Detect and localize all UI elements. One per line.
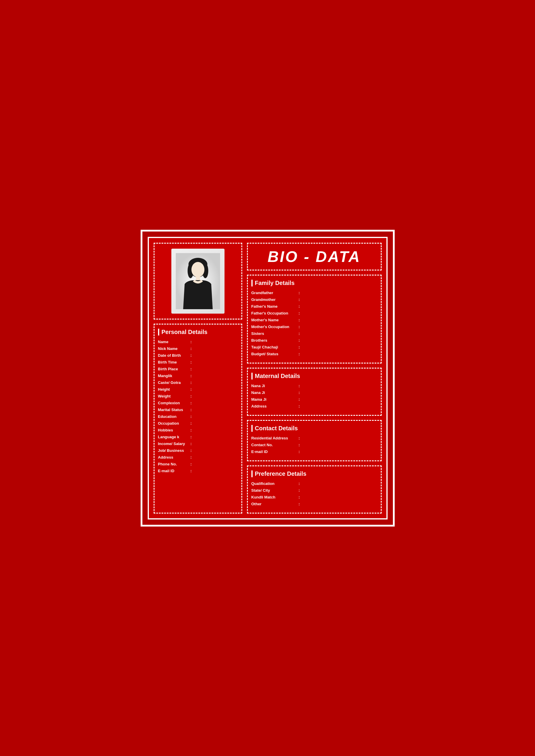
- field-row: Grandfather:: [251, 291, 377, 295]
- field-row: Nick Name:: [158, 346, 238, 351]
- field-colon: :: [299, 338, 300, 342]
- field-row: Language k:: [158, 435, 238, 439]
- field-label: Father's Occupation: [251, 311, 299, 315]
- field-row: Tauji/ Chachaji:: [251, 345, 377, 349]
- field-label: Manglik: [158, 374, 190, 378]
- field-label: Sisters: [251, 331, 299, 336]
- field-label: Complexion: [158, 401, 190, 405]
- field-row: Hobbies:: [158, 428, 238, 432]
- field-row: Contact No.:: [251, 443, 377, 447]
- field-row: Name:: [158, 339, 238, 344]
- field-row: Birth Time:: [158, 360, 238, 364]
- field-colon: :: [190, 455, 192, 460]
- preference-section-title: Preference Details: [251, 471, 377, 477]
- field-label: Kundli Match: [251, 495, 299, 500]
- field-label: Phone No.: [158, 462, 190, 466]
- field-colon: :: [299, 311, 300, 315]
- field-row: Father's Occupation:: [251, 311, 377, 315]
- field-label: Brothers: [251, 338, 299, 342]
- field-label: Address: [158, 455, 190, 460]
- field-colon: :: [299, 397, 300, 402]
- field-row: Nana Ji:: [251, 384, 377, 388]
- field-colon: :: [190, 387, 192, 392]
- field-label: Contact No.: [251, 443, 299, 447]
- field-row: Job/ Business:: [158, 448, 238, 453]
- field-label: Nick Name: [158, 346, 190, 351]
- field-label: Height: [158, 387, 190, 392]
- photo-placeholder: [171, 249, 225, 313]
- field-colon: :: [299, 436, 300, 440]
- title-box: BIO - DATA: [247, 243, 382, 271]
- field-label: Caste/ Gotra: [158, 380, 190, 385]
- field-label: Date of Birth: [158, 353, 190, 358]
- family-fields: Grandfather:Grandmother:Father's Name:Fa…: [251, 291, 377, 356]
- field-row: Kundli Match:: [251, 495, 377, 500]
- field-row: State/ City:: [251, 488, 377, 493]
- field-row: Complexion:: [158, 401, 238, 405]
- field-label: Other: [251, 502, 299, 506]
- field-label: Nana Ji: [251, 391, 299, 395]
- personal-section-title: Personal Details: [158, 329, 238, 336]
- field-row: Grandmother:: [251, 297, 377, 302]
- contact-details-box: Contact Details Residential Address:Cont…: [247, 420, 382, 461]
- field-label: Address: [251, 404, 299, 408]
- field-row: Budget/ Status:: [251, 352, 377, 356]
- field-colon: :: [299, 481, 300, 486]
- field-colon: :: [299, 502, 300, 506]
- field-row: Manglik:: [158, 374, 238, 378]
- field-colon: :: [190, 374, 192, 378]
- field-row: Date of Birth:: [158, 353, 238, 358]
- field-label: Name: [158, 339, 190, 344]
- field-label: Grandmother: [251, 297, 299, 302]
- field-colon: :: [190, 442, 192, 446]
- maternal-details-box: Maternal Details Nana Ji:Nana Ji:Mama Ji…: [247, 368, 382, 416]
- bio-data-title: BIO - DATA: [252, 248, 377, 265]
- field-row: Address:: [158, 455, 238, 460]
- outer-border: Personal Details Name:Nick Name:Date of …: [141, 230, 395, 526]
- svg-point-5: [191, 262, 205, 277]
- field-label: Qualification: [251, 481, 299, 486]
- field-row: Marital Status:: [158, 408, 238, 412]
- maternal-section-title: Maternal Details: [251, 373, 377, 379]
- field-row: Mama Ji:: [251, 397, 377, 402]
- field-row: E-mail ID:: [251, 449, 377, 454]
- field-row: Weight:: [158, 394, 238, 398]
- field-colon: :: [299, 443, 300, 447]
- field-colon: :: [299, 304, 300, 309]
- field-row: Nana Ji:: [251, 391, 377, 395]
- field-colon: :: [299, 318, 300, 322]
- field-colon: :: [190, 367, 192, 371]
- field-label: E-mail ID: [251, 449, 299, 454]
- field-colon: :: [190, 462, 192, 466]
- field-row: Other:: [251, 502, 377, 506]
- field-colon: :: [299, 325, 300, 329]
- field-row: Qualification:: [251, 481, 377, 486]
- field-row: Phone No.:: [158, 462, 238, 466]
- preference-fields: Qualification:State/ City:Kundli Match:O…: [251, 481, 377, 506]
- field-label: Birth Time: [158, 360, 190, 364]
- field-label: Grandfather: [251, 291, 299, 295]
- field-row: Education:: [158, 414, 238, 419]
- preference-details-box: Preference Details Qualification:State/ …: [247, 465, 382, 514]
- field-colon: :: [299, 297, 300, 302]
- field-colon: :: [299, 345, 300, 349]
- field-row: Birth Place:: [158, 367, 238, 371]
- field-label: State/ City: [251, 488, 299, 493]
- maternal-fields: Nana Ji:Nana Ji:Mama Ji:Address:: [251, 384, 377, 408]
- field-label: Father's Name: [251, 304, 299, 309]
- field-colon: :: [190, 346, 192, 351]
- field-colon: :: [299, 391, 300, 395]
- field-row: Mother's Occupation:: [251, 325, 377, 329]
- field-row: Height:: [158, 387, 238, 392]
- field-colon: :: [190, 428, 192, 432]
- field-colon: :: [299, 291, 300, 295]
- field-colon: :: [299, 495, 300, 500]
- family-section-title: Family Details: [251, 280, 377, 286]
- contact-fields: Residential Address:Contact No.:E-mail I…: [251, 436, 377, 454]
- field-colon: :: [190, 469, 192, 473]
- field-colon: :: [190, 394, 192, 398]
- field-label: Mother's Name: [251, 318, 299, 322]
- field-label: Hobbies: [158, 428, 190, 432]
- field-row: Mother's Name:: [251, 318, 377, 322]
- field-colon: :: [190, 401, 192, 405]
